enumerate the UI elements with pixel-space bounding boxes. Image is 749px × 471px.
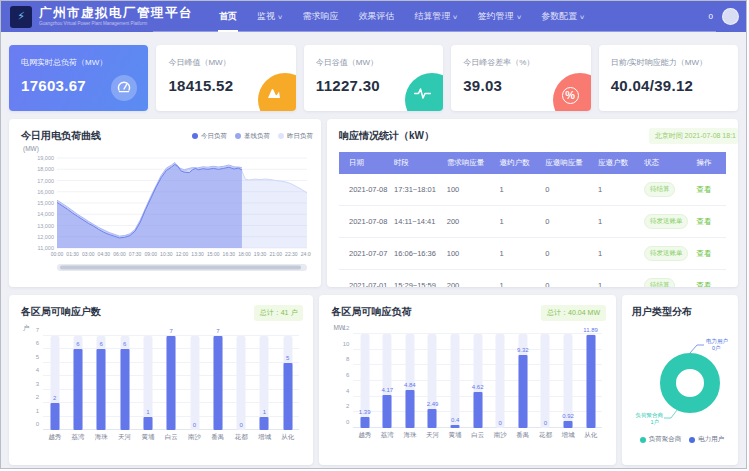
callout-label: 电力用户: [706, 338, 728, 345]
bar-column: 0: [183, 336, 206, 430]
table-cell: 14:11~14:41: [391, 206, 444, 238]
legend-dot: [689, 437, 695, 443]
table-header-cell: 时段: [391, 152, 444, 174]
legend-item[interactable]: 电力用户: [689, 435, 724, 444]
chart-zoom-slider[interactable]: [60, 266, 301, 270]
table-cell: 1: [496, 206, 542, 238]
bar-value: 1: [263, 409, 266, 415]
menu-item-label: 首页: [219, 10, 237, 23]
donut-wrap: 电力用户0户负荷聚合商1户: [632, 321, 732, 433]
bar-column: 4.62: [466, 334, 489, 428]
x-axis-label: 南沙: [489, 431, 512, 440]
bar-column: 0.92: [557, 334, 580, 428]
menu-item[interactable]: 监视∨: [247, 1, 292, 32]
svg-text:09:00: 09:00: [144, 251, 157, 257]
bar-track: [451, 334, 460, 428]
table-cell: 查看: [694, 238, 726, 270]
bar: [586, 335, 595, 428]
table-header-cell: 应邀响应量: [542, 152, 595, 174]
bar-columns: 1.394.174.842.490.44.6209.3200.9211.89: [353, 334, 602, 428]
legend-item[interactable]: 基线负荷: [235, 132, 270, 141]
legend-dot: [640, 437, 646, 443]
table-cell: 2021-07-01: [339, 270, 391, 288]
table-cell: 查看: [694, 206, 726, 238]
load-y-unit: MW: [333, 324, 606, 331]
menu-item[interactable]: 参数配置∨: [531, 1, 594, 32]
brand: 广州市虚拟电厂管理平台 Guangzhou Virtual Power Plan…: [39, 7, 193, 27]
bar: [143, 417, 152, 430]
menu-item-label: 效果评估: [358, 10, 394, 23]
kpi-card: 今日峰谷差率（%）39.03%: [451, 45, 590, 111]
bar: [405, 390, 414, 428]
x-axis-label: 南沙: [183, 433, 206, 442]
bar-column: 4.17: [376, 334, 399, 428]
legend-item[interactable]: 昨日负荷: [278, 132, 313, 141]
y-tick-label: 2: [21, 394, 39, 400]
bar-column: 0: [489, 334, 512, 428]
table-row: 2021-07-0716:06~16:36100101待发送账单查看: [339, 238, 726, 270]
x-axis-label: 越秀: [353, 431, 376, 440]
view-link[interactable]: 查看: [697, 281, 712, 288]
bar-column: 1: [136, 336, 159, 430]
table-header-cell: 邀约户数: [496, 152, 542, 174]
x-axis-label: 花都: [230, 433, 253, 442]
svg-text:19,000: 19,000: [37, 155, 54, 161]
legend-item[interactable]: 今日负荷: [192, 132, 227, 141]
x-axis-label: 白云: [466, 431, 489, 440]
table-cell: 0: [542, 270, 595, 288]
y-tick-label: 5: [21, 354, 39, 360]
menu-item[interactable]: 签约管理∨: [468, 1, 531, 32]
load-curve-header: 今日用电负荷曲线 今日负荷基线负荷昨日负荷: [21, 129, 313, 143]
x-axis-label: 增城: [557, 431, 580, 440]
kpi-label: 日前/实时响应能力（MW）: [599, 45, 738, 68]
svg-text:21:00: 21:00: [269, 251, 282, 257]
svg-text:12,000: 12,000: [37, 234, 54, 240]
table-cell: 1: [595, 206, 641, 238]
view-link[interactable]: 查看: [697, 217, 712, 226]
response-table-body: 2021-07-0817:31~18:01100101待结算查看2021-07-…: [339, 174, 726, 287]
bar-value: 2: [53, 395, 56, 401]
bar-value: 0: [499, 420, 502, 426]
svg-text:13,000: 13,000: [37, 223, 54, 229]
bar-column: 2: [43, 336, 66, 430]
y-tick-label: 3: [21, 381, 39, 387]
table-row: 2021-07-0115:29~15:59200101待结算查看: [339, 270, 726, 288]
x-axis-label: 花都: [534, 431, 557, 440]
view-link[interactable]: 查看: [697, 185, 712, 194]
menu-item[interactable]: 首页: [209, 1, 247, 32]
legend-label: 今日负荷: [201, 132, 227, 141]
table-header-cell: 操作: [694, 152, 726, 174]
bar-column: 0.4: [444, 334, 467, 428]
bar: [283, 363, 292, 430]
legend-item[interactable]: 负荷聚合商: [640, 435, 682, 444]
y-tick-label: 6: [331, 372, 349, 378]
kpi-label: 电网实时总负荷（MW）: [9, 45, 148, 68]
table-cell: 0: [542, 206, 595, 238]
topbar-right: 0: [709, 8, 739, 25]
bar: [50, 403, 59, 430]
kpi-label: 今日谷值（MW）: [304, 45, 443, 68]
bar-value: 0: [193, 422, 196, 428]
notification-count[interactable]: 0: [709, 12, 713, 21]
menu-item[interactable]: 效果评估: [348, 1, 404, 32]
x-axis-label: 天河: [421, 431, 444, 440]
menu-item[interactable]: 需求响应: [292, 1, 348, 32]
x-axis-label: 从化: [579, 431, 602, 440]
table-header-cell: 需求响应量: [444, 152, 497, 174]
bar: [428, 409, 437, 429]
households-bar-chart: 0123456726661707015: [43, 336, 299, 430]
bar-column: 7: [160, 336, 183, 430]
response-table-header-row: 日期时段需求响应量邀约户数应邀响应量应邀户数状态操作: [339, 152, 726, 174]
avatar[interactable]: [722, 8, 739, 25]
x-axis-label: 从化: [276, 433, 299, 442]
y-tick-label: 12: [331, 325, 349, 331]
svg-text:14,000: 14,000: [37, 211, 54, 217]
kpi-label: 今日峰谷差率（%）: [451, 45, 590, 68]
menu-item[interactable]: 结算管理∨: [404, 1, 467, 32]
table-cell: 0: [542, 238, 595, 270]
chevron-down-icon: ∨: [579, 13, 585, 20]
bar-value: 7: [216, 328, 219, 334]
table-cell: 17:31~18:01: [391, 174, 444, 206]
bar: [120, 349, 129, 430]
view-link[interactable]: 查看: [697, 249, 712, 258]
